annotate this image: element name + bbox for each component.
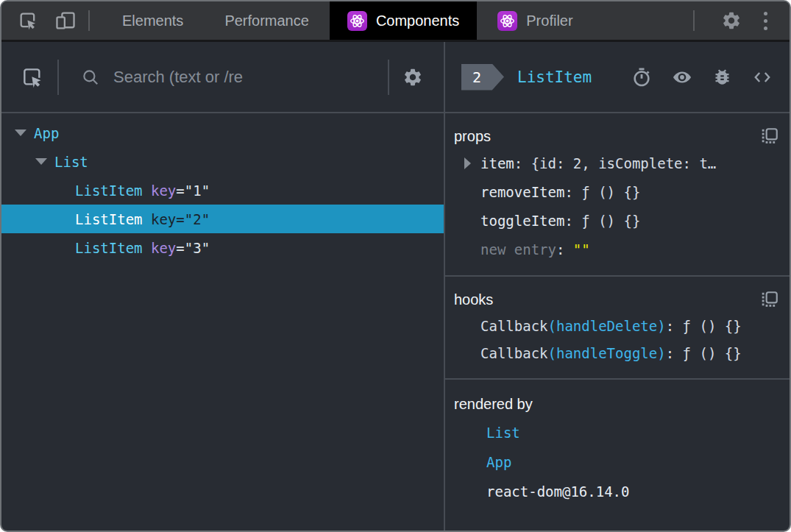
tab-elements[interactable]: Elements [102,1,204,40]
key-attribute-eq: = [176,182,184,199]
rendered-by-section: rendered by ListAppreact-dom@16.14.0 [445,380,790,518]
topbar-icons [1,1,77,40]
tab-label: Elements [122,13,183,29]
props-rows: item: {id: 2, isComplete: t…removeItem: … [454,149,779,263]
hooks-section-title: hooks [454,291,493,308]
inspect-element-icon[interactable] [18,10,38,31]
prop-name: new entry [480,241,556,258]
key-attribute-value: "3" [185,240,210,256]
hook-name: (handleToggle) [548,345,666,361]
component-actions [631,67,773,88]
component-name: App [34,125,59,141]
kebab-menu-icon[interactable] [756,7,775,35]
component-details-panel: 2 ListItem [445,42,790,531]
toolbar-separator [388,60,389,95]
prop-separator: : [564,184,581,200]
inspect-component-icon[interactable] [21,65,44,89]
key-attribute-name: key [151,211,176,227]
search-icon [81,68,100,87]
hook-value: ƒ () {} [683,345,742,361]
prop-value[interactable]: "" [573,241,590,258]
hooks-rows: Callback(handleDelete): ƒ () {}Callback(… [454,312,779,366]
component-name: ListItem [75,240,143,256]
prop-name: toggleItem [480,213,564,229]
hook-type: Callback [480,345,548,361]
hook-separator: : [666,318,683,334]
props-section-title: props [454,128,491,145]
react-logo-icon [497,11,517,31]
hook-separator: : [666,345,683,361]
key-attribute-eq: = [176,211,184,227]
tab-components[interactable]: Components [330,1,477,40]
copy-hooks-icon[interactable] [760,290,779,309]
inspected-element-sections: props [445,113,790,531]
owners-stack-badge[interactable]: 2 [461,64,504,91]
key-attribute-value: "2" [185,211,210,227]
tree-row[interactable]: ListItem key="1" [1,176,444,205]
renderer-version: react-dom@16.14.0 [486,483,629,500]
react-logo-icon [347,11,367,31]
rendered-by-row: List [454,418,779,447]
expand-arrow-icon[interactable] [35,158,47,165]
prop-name: item [480,155,514,171]
prop-value: ƒ () {} [581,184,640,200]
tree-settings-gear-icon[interactable] [402,67,423,88]
hooks-section: hooks [445,277,790,380]
prop-name: removeItem [480,184,564,200]
tab-performance[interactable]: Performance [204,1,330,40]
expand-arrow-icon[interactable] [15,130,26,136]
prop-separator: : [514,155,531,171]
hook-row[interactable]: Callback(handleToggle): ƒ () {} [454,339,779,366]
tab-label: Components [376,13,459,29]
prop-row[interactable]: new entry: "" [454,235,779,263]
component-tree-panel: AppListListItem key="1"ListItem key="2"L… [1,42,445,531]
prop-separator: : [564,213,581,229]
log-bug-icon[interactable] [712,67,732,87]
suspend-timer-icon[interactable] [631,67,652,88]
tree-row[interactable]: List [1,147,444,176]
component-name: ListItem [75,211,143,227]
owner-link[interactable]: App [486,454,511,470]
tree-row[interactable]: App [1,118,444,147]
prop-value: ƒ () {} [581,213,640,229]
component-name: ListItem [75,182,143,199]
hook-value: ƒ () {} [683,318,742,334]
prop-value: {id: 2, isComplete: t… [531,155,717,171]
prop-row[interactable]: removeItem: ƒ () {} [454,177,779,206]
tree-toolbar [1,42,444,113]
tab-profiler[interactable]: Profiler [477,1,593,40]
rendered-by-rows: ListAppreact-dom@16.14.0 [454,418,779,506]
settings-gear-icon[interactable] [721,10,742,31]
key-attribute-eq: = [176,240,184,256]
view-source-code-icon[interactable] [751,68,773,87]
search-input[interactable] [112,67,375,88]
devtools-window: Elements Performance Components [0,0,791,532]
topbar-separator [88,10,90,31]
search-bar [72,67,375,88]
topbar-separator [693,10,695,31]
toolbar-separator [57,60,59,95]
component-tree: AppListListItem key="1"ListItem key="2"L… [1,113,444,262]
device-toolbar-icon[interactable] [54,10,77,31]
devtools-tab-bar: Elements Performance Components [1,1,790,42]
props-section: props [445,113,790,277]
component-name: List [54,154,88,170]
tree-row[interactable]: ListItem key="3" [1,233,444,262]
expand-arrow-icon[interactable] [464,157,471,169]
prop-row[interactable]: item: {id: 2, isComplete: t… [454,149,779,177]
key-attribute-value: "1" [185,182,210,199]
hook-row[interactable]: Callback(handleDelete): ƒ () {} [454,312,779,339]
inspect-dom-eye-icon[interactable] [671,67,693,88]
prop-row[interactable]: toggleItem: ƒ () {} [454,206,779,235]
hook-type: Callback [480,318,548,334]
rendered-by-row: react-dom@16.14.0 [454,477,779,506]
topbar-right-controls [681,1,790,40]
copy-props-icon[interactable] [760,127,779,146]
key-attribute-name: key [151,240,176,256]
rendered-by-title: rendered by [454,396,533,413]
rendered-by-row: App [454,447,779,477]
tree-row[interactable]: ListItem key="2" [1,205,444,233]
selected-component-header: 2 ListItem [445,42,790,113]
tab-label: Profiler [526,13,572,29]
owner-link[interactable]: List [486,425,520,441]
